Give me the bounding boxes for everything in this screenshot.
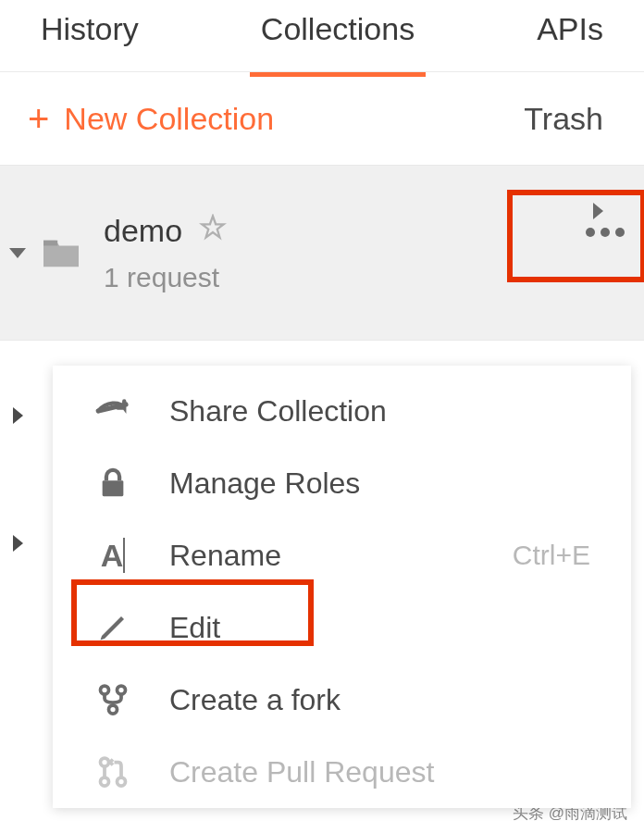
chevron-right-icon[interactable] xyxy=(13,535,23,552)
svg-point-2 xyxy=(101,686,109,694)
tab-history[interactable]: History xyxy=(30,11,150,60)
sidebar-tabs: History Collections APIs xyxy=(0,0,644,72)
tab-apis[interactable]: APIs xyxy=(526,11,614,60)
menu-item-manage-roles[interactable]: Manage Roles xyxy=(53,447,631,519)
collection-meta: 1 request xyxy=(104,262,227,293)
folder-icon xyxy=(39,235,83,270)
star-icon[interactable] xyxy=(199,214,227,248)
rename-icon: A xyxy=(90,538,136,574)
svg-point-3 xyxy=(118,686,126,694)
collections-toolbar: + New Collection Trash xyxy=(0,72,644,165)
plus-icon: + xyxy=(28,100,49,137)
tab-collections[interactable]: Collections xyxy=(250,11,426,60)
svg-rect-1 xyxy=(103,480,124,496)
more-actions-highlight xyxy=(507,190,644,282)
menu-item-edit[interactable]: Edit xyxy=(53,591,631,664)
new-collection-button[interactable]: + New Collection xyxy=(28,100,274,137)
menu-item-pull-request[interactable]: Create Pull Request xyxy=(53,736,631,808)
fork-icon xyxy=(90,683,136,716)
share-icon xyxy=(90,392,136,430)
menu-item-share[interactable]: Share Collection xyxy=(53,375,631,447)
pencil-icon xyxy=(90,611,136,644)
collection-info: demo 1 request xyxy=(104,213,227,293)
svg-point-4 xyxy=(109,705,118,714)
svg-point-7 xyxy=(118,777,126,786)
svg-point-5 xyxy=(101,758,109,766)
more-actions-button[interactable] xyxy=(583,224,627,241)
menu-item-rename[interactable]: A Rename Ctrl+E xyxy=(53,519,631,591)
menu-shortcut: Ctrl+E xyxy=(513,540,590,571)
menu-label: Create Pull Request xyxy=(169,755,590,789)
menu-label: Share Collection xyxy=(169,394,590,429)
side-items xyxy=(13,407,23,663)
trash-link[interactable]: Trash xyxy=(524,101,603,137)
menu-label: Manage Roles xyxy=(169,466,590,501)
pull-request-icon xyxy=(90,755,136,789)
svg-rect-0 xyxy=(43,241,57,246)
menu-label: Edit xyxy=(169,611,590,645)
svg-point-6 xyxy=(101,777,109,786)
lock-icon xyxy=(90,467,136,499)
menu-item-fork[interactable]: Create a fork xyxy=(53,664,631,736)
collection-name: demo xyxy=(104,213,182,249)
menu-label: Create a fork xyxy=(169,683,590,717)
menu-label: Rename xyxy=(169,539,513,573)
caret-down-icon[interactable] xyxy=(9,248,26,258)
chevron-right-icon[interactable] xyxy=(13,407,23,424)
context-menu: Share Collection Manage Roles A Rename C… xyxy=(53,366,631,808)
new-collection-label: New Collection xyxy=(64,101,274,137)
